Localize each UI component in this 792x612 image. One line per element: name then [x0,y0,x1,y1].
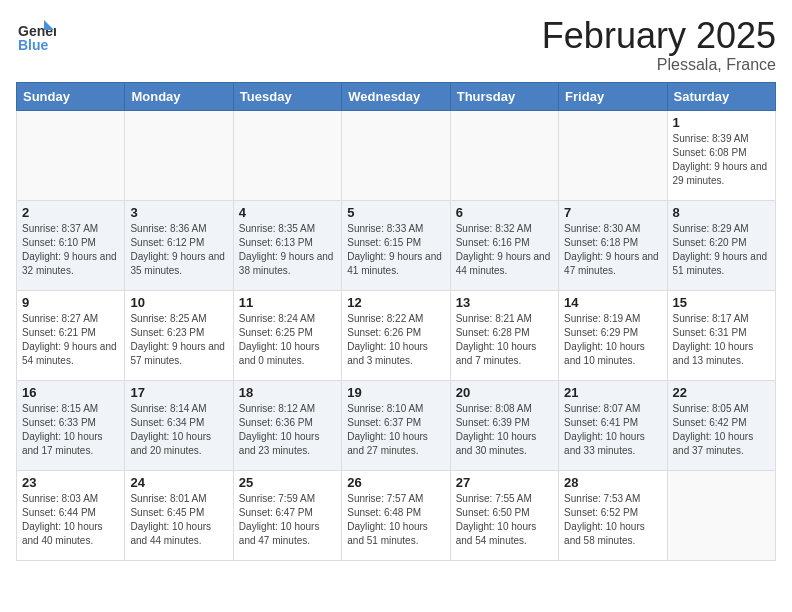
day-number: 10 [130,295,227,310]
day-detail: Sunrise: 7:59 AM Sunset: 6:47 PM Dayligh… [239,492,336,548]
day-number: 5 [347,205,444,220]
calendar-table: SundayMondayTuesdayWednesdayThursdayFrid… [16,82,776,561]
calendar-day-cell: 17Sunrise: 8:14 AM Sunset: 6:34 PM Dayli… [125,380,233,470]
calendar-day-cell: 22Sunrise: 8:05 AM Sunset: 6:42 PM Dayli… [667,380,775,470]
calendar-day-cell: 23Sunrise: 8:03 AM Sunset: 6:44 PM Dayli… [17,470,125,560]
day-number: 16 [22,385,119,400]
day-number: 27 [456,475,553,490]
day-number: 2 [22,205,119,220]
day-number: 6 [456,205,553,220]
day-detail: Sunrise: 7:55 AM Sunset: 6:50 PM Dayligh… [456,492,553,548]
day-detail: Sunrise: 8:14 AM Sunset: 6:34 PM Dayligh… [130,402,227,458]
calendar-day-cell: 12Sunrise: 8:22 AM Sunset: 6:26 PM Dayli… [342,290,450,380]
svg-text:Blue: Blue [18,37,49,53]
weekday-header-wednesday: Wednesday [342,82,450,110]
calendar-day-cell: 21Sunrise: 8:07 AM Sunset: 6:41 PM Dayli… [559,380,667,470]
day-number: 7 [564,205,661,220]
day-number: 15 [673,295,770,310]
calendar-day-cell [667,470,775,560]
day-number: 20 [456,385,553,400]
calendar-day-cell: 27Sunrise: 7:55 AM Sunset: 6:50 PM Dayli… [450,470,558,560]
day-detail: Sunrise: 8:05 AM Sunset: 6:42 PM Dayligh… [673,402,770,458]
day-number: 26 [347,475,444,490]
calendar-day-cell: 19Sunrise: 8:10 AM Sunset: 6:37 PM Dayli… [342,380,450,470]
day-number: 9 [22,295,119,310]
day-number: 28 [564,475,661,490]
calendar-day-cell: 11Sunrise: 8:24 AM Sunset: 6:25 PM Dayli… [233,290,341,380]
calendar-day-cell: 6Sunrise: 8:32 AM Sunset: 6:16 PM Daylig… [450,200,558,290]
calendar-day-cell [450,110,558,200]
day-detail: Sunrise: 8:35 AM Sunset: 6:13 PM Dayligh… [239,222,336,278]
calendar-week-row: 2Sunrise: 8:37 AM Sunset: 6:10 PM Daylig… [17,200,776,290]
day-detail: Sunrise: 8:36 AM Sunset: 6:12 PM Dayligh… [130,222,227,278]
day-number: 18 [239,385,336,400]
day-detail: Sunrise: 8:25 AM Sunset: 6:23 PM Dayligh… [130,312,227,368]
day-detail: Sunrise: 8:15 AM Sunset: 6:33 PM Dayligh… [22,402,119,458]
day-number: 19 [347,385,444,400]
weekday-header-monday: Monday [125,82,233,110]
day-detail: Sunrise: 7:57 AM Sunset: 6:48 PM Dayligh… [347,492,444,548]
calendar-week-row: 23Sunrise: 8:03 AM Sunset: 6:44 PM Dayli… [17,470,776,560]
weekday-header-row: SundayMondayTuesdayWednesdayThursdayFrid… [17,82,776,110]
calendar-day-cell: 4Sunrise: 8:35 AM Sunset: 6:13 PM Daylig… [233,200,341,290]
day-detail: Sunrise: 8:08 AM Sunset: 6:39 PM Dayligh… [456,402,553,458]
calendar-day-cell: 26Sunrise: 7:57 AM Sunset: 6:48 PM Dayli… [342,470,450,560]
day-detail: Sunrise: 8:21 AM Sunset: 6:28 PM Dayligh… [456,312,553,368]
calendar-day-cell: 8Sunrise: 8:29 AM Sunset: 6:20 PM Daylig… [667,200,775,290]
day-number: 22 [673,385,770,400]
day-number: 1 [673,115,770,130]
calendar-day-cell: 10Sunrise: 8:25 AM Sunset: 6:23 PM Dayli… [125,290,233,380]
logo: General Blue [16,16,56,60]
calendar-week-row: 1Sunrise: 8:39 AM Sunset: 6:08 PM Daylig… [17,110,776,200]
day-number: 23 [22,475,119,490]
day-detail: Sunrise: 8:03 AM Sunset: 6:44 PM Dayligh… [22,492,119,548]
calendar-day-cell: 1Sunrise: 8:39 AM Sunset: 6:08 PM Daylig… [667,110,775,200]
calendar-week-row: 9Sunrise: 8:27 AM Sunset: 6:21 PM Daylig… [17,290,776,380]
calendar-day-cell: 9Sunrise: 8:27 AM Sunset: 6:21 PM Daylig… [17,290,125,380]
calendar-day-cell: 15Sunrise: 8:17 AM Sunset: 6:31 PM Dayli… [667,290,775,380]
day-detail: Sunrise: 8:10 AM Sunset: 6:37 PM Dayligh… [347,402,444,458]
day-number: 8 [673,205,770,220]
calendar-day-cell: 25Sunrise: 7:59 AM Sunset: 6:47 PM Dayli… [233,470,341,560]
calendar-day-cell [233,110,341,200]
day-detail: Sunrise: 8:07 AM Sunset: 6:41 PM Dayligh… [564,402,661,458]
calendar-day-cell: 2Sunrise: 8:37 AM Sunset: 6:10 PM Daylig… [17,200,125,290]
day-detail: Sunrise: 8:01 AM Sunset: 6:45 PM Dayligh… [130,492,227,548]
day-number: 3 [130,205,227,220]
day-detail: Sunrise: 8:37 AM Sunset: 6:10 PM Dayligh… [22,222,119,278]
weekday-header-tuesday: Tuesday [233,82,341,110]
calendar-day-cell: 3Sunrise: 8:36 AM Sunset: 6:12 PM Daylig… [125,200,233,290]
day-detail: Sunrise: 8:39 AM Sunset: 6:08 PM Dayligh… [673,132,770,188]
day-number: 4 [239,205,336,220]
day-detail: Sunrise: 8:17 AM Sunset: 6:31 PM Dayligh… [673,312,770,368]
weekday-header-friday: Friday [559,82,667,110]
calendar-day-cell: 24Sunrise: 8:01 AM Sunset: 6:45 PM Dayli… [125,470,233,560]
calendar-week-row: 16Sunrise: 8:15 AM Sunset: 6:33 PM Dayli… [17,380,776,470]
day-detail: Sunrise: 8:32 AM Sunset: 6:16 PM Dayligh… [456,222,553,278]
weekday-header-sunday: Sunday [17,82,125,110]
calendar-day-cell: 5Sunrise: 8:33 AM Sunset: 6:15 PM Daylig… [342,200,450,290]
page-header: General Blue February 2025 Plessala, Fra… [16,16,776,74]
calendar-day-cell [559,110,667,200]
calendar-day-cell: 20Sunrise: 8:08 AM Sunset: 6:39 PM Dayli… [450,380,558,470]
location-title: Plessala, France [542,56,776,74]
calendar-day-cell: 18Sunrise: 8:12 AM Sunset: 6:36 PM Dayli… [233,380,341,470]
calendar-day-cell [125,110,233,200]
day-number: 24 [130,475,227,490]
day-detail: Sunrise: 8:29 AM Sunset: 6:20 PM Dayligh… [673,222,770,278]
day-number: 25 [239,475,336,490]
calendar-day-cell: 7Sunrise: 8:30 AM Sunset: 6:18 PM Daylig… [559,200,667,290]
day-number: 21 [564,385,661,400]
weekday-header-thursday: Thursday [450,82,558,110]
day-number: 17 [130,385,227,400]
month-title: February 2025 [542,16,776,56]
calendar-day-cell: 16Sunrise: 8:15 AM Sunset: 6:33 PM Dayli… [17,380,125,470]
day-detail: Sunrise: 8:19 AM Sunset: 6:29 PM Dayligh… [564,312,661,368]
weekday-header-saturday: Saturday [667,82,775,110]
day-detail: Sunrise: 8:22 AM Sunset: 6:26 PM Dayligh… [347,312,444,368]
logo-mark: General Blue [16,16,56,60]
title-block: February 2025 Plessala, France [542,16,776,74]
calendar-day-cell [17,110,125,200]
day-number: 14 [564,295,661,310]
day-detail: Sunrise: 8:12 AM Sunset: 6:36 PM Dayligh… [239,402,336,458]
